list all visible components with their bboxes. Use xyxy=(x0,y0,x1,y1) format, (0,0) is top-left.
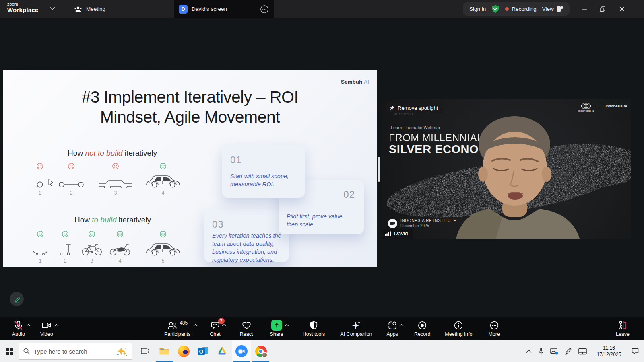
ai-companion-button[interactable]: AI Companion xyxy=(340,320,372,337)
microphone-muted-icon xyxy=(13,320,24,331)
recording-label: Recording xyxy=(512,6,537,12)
action-center-icon[interactable] xyxy=(631,348,639,355)
google-drive-icon xyxy=(217,346,227,356)
tray-photos-icon[interactable] xyxy=(550,348,558,355)
pin-icon xyxy=(390,105,395,111)
process-step: 1 xyxy=(36,162,44,196)
chrome-icon xyxy=(255,346,267,357)
meeting-tab-label: Meeting xyxy=(86,6,105,12)
security-shield-icon[interactable] xyxy=(491,5,500,13)
avatar: D xyxy=(179,5,188,14)
tray-pen-icon[interactable] xyxy=(564,348,572,355)
search-placeholder: Type here to search xyxy=(34,348,112,355)
happy-face-icon xyxy=(37,230,44,238)
video-options-chevron[interactable] xyxy=(54,324,59,337)
tab-meeting[interactable]: Meeting xyxy=(68,0,111,18)
taskbar-clock[interactable]: 11:16 17/12/2025 xyxy=(593,345,625,358)
process-step: 2 xyxy=(58,162,85,196)
remove-spotlight-button[interactable]: Remove spotlight xyxy=(386,103,443,113)
task-view-button[interactable] xyxy=(135,340,155,362)
more-ellipsis-icon xyxy=(489,320,500,331)
skateboard-sketch-icon xyxy=(32,240,49,256)
view-button[interactable]: View xyxy=(542,6,563,12)
share-options-chevron[interactable] xyxy=(285,324,289,337)
tray-touchpad-icon[interactable] xyxy=(578,348,587,355)
axle-sketch-icon xyxy=(58,172,85,188)
taskbar-outlook[interactable] xyxy=(193,340,213,362)
file-explorer-icon xyxy=(159,347,170,356)
recording-dot-icon xyxy=(505,7,509,11)
react-button[interactable]: React xyxy=(240,320,253,337)
motorcycle-sketch-icon xyxy=(108,240,132,256)
panel-resize-handle[interactable] xyxy=(378,157,380,182)
shield-icon xyxy=(309,320,319,331)
participants-options-chevron[interactable] xyxy=(193,324,198,337)
sign-in-button[interactable]: Sign in xyxy=(469,6,486,12)
taskbar-file-explorer[interactable] xyxy=(155,340,174,362)
outlook-icon xyxy=(198,346,208,356)
tray-show-hidden-icons-chevron[interactable] xyxy=(526,350,532,353)
chat-options-chevron[interactable] xyxy=(222,324,226,337)
leave-button[interactable]: Leave xyxy=(616,320,630,337)
car-sketch-icon xyxy=(144,172,182,188)
tray-microphone-icon[interactable] xyxy=(538,348,544,355)
window-minimize-button[interactable] xyxy=(575,0,593,18)
start-button[interactable] xyxy=(0,340,19,362)
heart-icon xyxy=(241,320,252,331)
video-camera-icon xyxy=(41,320,52,331)
bicycle-sketch-icon xyxy=(80,240,103,256)
share-button[interactable]: Share xyxy=(270,320,283,337)
share-screen-icon xyxy=(271,320,282,331)
process-step: 3 xyxy=(97,162,134,196)
apps-button[interactable]: Apps xyxy=(387,320,398,337)
audio-options-chevron[interactable] xyxy=(26,324,31,337)
taskbar-chrome[interactable] xyxy=(251,340,270,362)
windows-logo-icon xyxy=(6,348,13,355)
zoom-titlebar: zoom Workplace Meeting D David's screen … xyxy=(0,0,644,18)
tab-davids-screen[interactable]: D David's screen xyxy=(174,0,274,18)
taskbar-zoom[interactable] xyxy=(232,340,251,362)
slide-card-01: 01 Start with small scope, measurable RO… xyxy=(222,145,305,198)
tab-options-ellipsis-icon[interactable] xyxy=(260,5,269,14)
record-icon xyxy=(417,320,427,331)
more-button[interactable]: More xyxy=(488,320,500,337)
mouse-cursor xyxy=(48,179,54,186)
record-button[interactable]: Record xyxy=(414,320,430,337)
workspace-chevron-down-icon[interactable] xyxy=(50,7,55,10)
happy-face-icon xyxy=(88,230,95,238)
section-heading-to-build: How to build iteratively xyxy=(74,216,151,224)
video-button[interactable]: Video xyxy=(40,320,53,337)
car-sketch-icon xyxy=(144,240,182,256)
chrome-profile-avatar xyxy=(262,352,268,358)
window-restore-button[interactable] xyxy=(593,0,612,18)
process-step: 5 xyxy=(144,230,182,264)
view-layout-icon xyxy=(557,6,563,12)
audio-button[interactable]: Audio xyxy=(12,320,25,337)
taskbar-search-input[interactable]: Type here to search xyxy=(19,343,132,360)
taskbar-google-drive[interactable] xyxy=(213,340,232,362)
recording-indicator: Recording xyxy=(505,6,537,12)
chat-button[interactable]: 7 Chat xyxy=(210,320,220,337)
slide-card-03: 03 Every iteration teaches the team abou… xyxy=(204,209,289,262)
annotate-button[interactable] xyxy=(10,292,24,306)
screen-tab-label: David's screen xyxy=(192,6,227,12)
clock-date: 17/12/2025 xyxy=(593,351,625,358)
sad-face-icon xyxy=(68,162,75,170)
process-step: 4 xyxy=(108,230,132,264)
host-tools-button[interactable]: Host tools xyxy=(303,320,325,337)
window-close-button[interactable] xyxy=(613,0,631,18)
meeting-info-button[interactable]: Meeting info xyxy=(445,320,472,337)
search-icon xyxy=(23,348,30,355)
zoom-toolbar: Audio Video 485 Participants 7 Chat xyxy=(0,317,644,340)
sad-face-icon xyxy=(36,162,43,170)
happy-face-icon xyxy=(159,230,167,238)
scooter-sketch-icon xyxy=(58,240,72,256)
zoom-app-icon xyxy=(235,345,248,357)
taskbar-firefox[interactable] xyxy=(174,340,193,362)
participants-button[interactable]: 485 Participants xyxy=(164,320,190,337)
slide-title: #3 Implement Iteratively – ROI Mindset, … xyxy=(3,87,377,127)
sad-face-icon xyxy=(112,162,119,170)
spotlight-video-tile[interactable]: Indonesia iLearn Thematic Webinar FROM M… xyxy=(382,99,631,239)
apps-options-chevron[interactable] xyxy=(399,324,404,337)
camera-badge-icon xyxy=(388,219,397,228)
